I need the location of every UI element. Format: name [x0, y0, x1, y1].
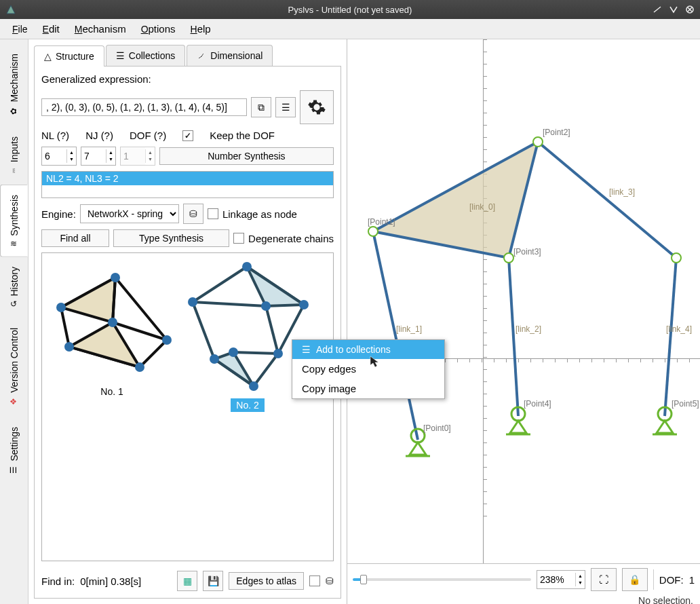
- vtab-synthesis[interactable]: ≋Synthesis: [0, 185, 28, 257]
- nl-spinner[interactable]: ▲▼: [41, 147, 77, 166]
- tab-structure[interactable]: △Structure: [34, 45, 104, 67]
- svg-marker-27: [373, 142, 538, 258]
- svg-point-9: [135, 362, 144, 372]
- maximize-icon[interactable]: [667, 3, 680, 16]
- expand-icon: ⛶: [599, 574, 608, 585]
- copy-expr-button[interactable]: ⧉: [251, 97, 271, 117]
- down-icon[interactable]: ▼: [575, 580, 585, 586]
- keep-dof-label: Keep the DOF: [210, 130, 275, 141]
- ctx-copy-edges[interactable]: Copy edges: [292, 359, 444, 379]
- stack-icon: ☰: [281, 102, 290, 113]
- stack-icon: ☰: [302, 344, 311, 355]
- ctx-copy-image[interactable]: Copy image: [292, 379, 444, 398]
- stack-icon: ☰: [116, 50, 125, 61]
- slider-knob[interactable]: [360, 575, 367, 584]
- atlas-item-1[interactable]: No. 1: [47, 259, 176, 398]
- number-synthesis-button[interactable]: Number Synthesis: [159, 147, 334, 165]
- linkage-node-checkbox[interactable]: [208, 208, 218, 219]
- vtab-version[interactable]: ❖Version Control: [0, 318, 28, 417]
- plug-icon: ⎓: [10, 166, 18, 175]
- svg-line-30: [509, 258, 518, 416]
- edges-atlas-button[interactable]: Edges to atlas: [229, 572, 304, 590]
- save-button[interactable]: 💾: [203, 571, 223, 591]
- engine-select[interactable]: NetworkX - spring: [80, 204, 179, 223]
- dof-spinner[interactable]: ▲▼: [120, 147, 155, 166]
- down-icon[interactable]: ▼: [66, 156, 76, 163]
- nj-spinner[interactable]: ▲▼: [81, 147, 116, 166]
- svg-line-31: [373, 231, 418, 440]
- main-canvas[interactable]: [Point1] [Point2] [Point3] [Point5] [Poi…: [347, 39, 700, 604]
- atlas-caption: No. 2: [231, 398, 264, 412]
- svg-point-24: [188, 297, 197, 307]
- svg-point-11: [56, 303, 66, 312]
- atlas-list[interactable]: No. 1 No. 2: [41, 252, 334, 561]
- point-label: [Point4]: [524, 399, 551, 409]
- minimize-icon[interactable]: [651, 3, 663, 16]
- selection-status: No selection.: [347, 595, 700, 604]
- close-icon[interactable]: [684, 3, 696, 16]
- branch-icon: ❖: [9, 397, 19, 407]
- keep-dof-checkbox[interactable]: [182, 130, 193, 141]
- tab-dimensional[interactable]: ⟋Dimensional: [187, 45, 273, 66]
- graph-1-icon: [47, 259, 176, 381]
- menu-edit[interactable]: Edit: [36, 20, 66, 37]
- window-title: Pyslvs - Untitled (not yet saved): [288, 5, 412, 15]
- zoom-slider[interactable]: [353, 578, 531, 581]
- svg-point-20: [299, 300, 309, 309]
- stack-expr-button[interactable]: ☰: [275, 97, 296, 117]
- type-synthesis-button[interactable]: Type Synthesis: [113, 229, 229, 247]
- image-button[interactable]: ▦: [177, 571, 197, 591]
- menu-options[interactable]: Options: [134, 20, 182, 37]
- svg-line-18: [233, 352, 278, 354]
- up-icon[interactable]: ▲: [106, 149, 115, 156]
- menu-mechanism[interactable]: Mechanism: [68, 20, 133, 37]
- history-icon: ↺: [11, 299, 18, 309]
- svg-point-7: [111, 273, 120, 282]
- vtab-inputs[interactable]: ⎓Inputs: [0, 126, 28, 185]
- menu-help[interactable]: Help: [184, 20, 218, 37]
- structure-icon: △: [44, 51, 52, 62]
- vtab-mechanism[interactable]: ✿Mechanism: [0, 43, 28, 126]
- link-label: [link_0]: [469, 202, 495, 212]
- point-label: [Point2]: [543, 128, 570, 137]
- svg-point-26: [229, 347, 238, 357]
- findin-label: Find in:: [41, 575, 75, 587]
- assortment-list[interactable]: NL2 = 4, NL3 = 2: [41, 171, 334, 198]
- zoom-spinner[interactable]: ▲▼: [537, 570, 585, 589]
- svg-line-16: [193, 302, 266, 306]
- find-all-button[interactable]: Find all: [41, 229, 109, 247]
- svg-point-23: [210, 354, 219, 364]
- image-icon: ▦: [183, 575, 192, 586]
- save-icon: 💾: [208, 575, 219, 586]
- canvas-footer: ▲▼ ⛶ 🔒 DOF: 1 No selection.: [347, 563, 700, 604]
- linkage-svg: [347, 39, 700, 474]
- settings-gear-button[interactable]: [300, 90, 334, 124]
- up-icon[interactable]: ▲: [575, 573, 585, 580]
- menu-file[interactable]: File: [5, 20, 35, 37]
- degenerate-label: Degenerate chains: [248, 233, 334, 244]
- svg-point-19: [242, 262, 252, 271]
- linkage-node-label: Linkage as node: [222, 208, 297, 220]
- down-icon[interactable]: ▼: [106, 156, 115, 163]
- up-icon[interactable]: ▲: [66, 149, 76, 156]
- fit-button[interactable]: ⛶: [591, 568, 617, 591]
- lock-icon: 🔒: [629, 574, 640, 585]
- point-label: [Point3]: [513, 247, 541, 257]
- lock-button[interactable]: 🔒: [622, 568, 648, 591]
- svg-point-34: [504, 253, 513, 263]
- vtab-history[interactable]: ↺History: [0, 257, 28, 318]
- atlas-checkbox[interactable]: [309, 575, 320, 586]
- dof-label: DOF (?): [130, 130, 166, 141]
- engine-db-button[interactable]: ⛁: [183, 204, 203, 224]
- expr-input[interactable]: [41, 98, 247, 116]
- svg-point-10: [64, 342, 74, 352]
- gear-icon: [307, 95, 326, 119]
- vtab-settings[interactable]: ☰Settings: [0, 417, 28, 485]
- ctx-add-collections[interactable]: ☰Add to collections: [292, 340, 444, 359]
- down-icon: ▼: [145, 156, 155, 163]
- tab-collections[interactable]: ☰Collections: [106, 45, 185, 66]
- svg-point-32: [368, 227, 378, 236]
- degenerate-checkbox[interactable]: [233, 233, 244, 244]
- list-item[interactable]: NL2 = 4, NL3 = 2: [42, 172, 333, 185]
- gear-icon: ✿: [9, 107, 19, 116]
